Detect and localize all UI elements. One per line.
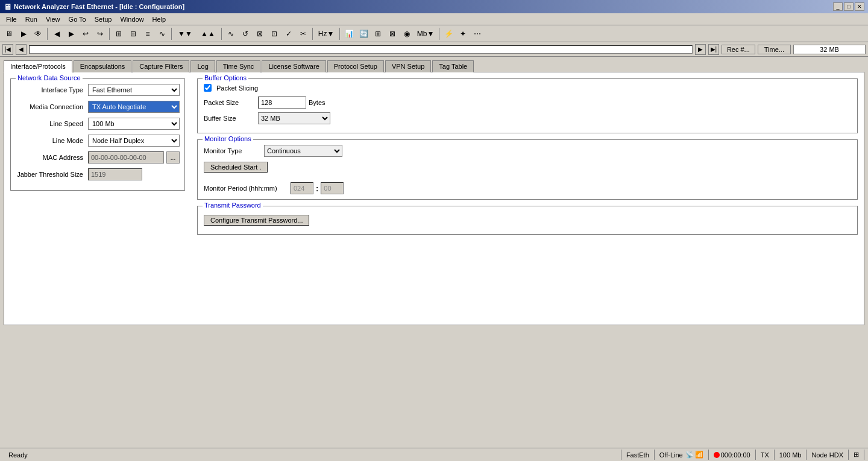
toolbar-btn-23[interactable]: ⊞ — [371, 27, 385, 40]
toolbar-sep-6 — [339, 28, 340, 40]
interface-type-label: Interface Type — [16, 86, 88, 94]
minimize-button[interactable]: _ — [833, 2, 843, 11]
toolbar-btn-11[interactable]: ∿ — [156, 27, 169, 40]
packet-slicing-label: Packet Slicing — [216, 84, 258, 92]
toolbar-btn-4[interactable]: ◀ — [50, 27, 63, 40]
toolbar-btn-20[interactable]: Hz▼ — [315, 27, 337, 40]
toolbar-btn-3[interactable]: 👁 — [31, 27, 45, 40]
tab-time-sync[interactable]: Time Sync — [216, 60, 261, 72]
maximize-button[interactable]: □ — [844, 2, 854, 11]
toolbar-btn-29[interactable]: ⋯ — [471, 27, 484, 40]
monitor-type-label: Monitor Type — [204, 147, 264, 154]
toolbar-btn-14[interactable]: ∿ — [224, 27, 237, 40]
toolbar-sep-4 — [221, 28, 222, 40]
toolbar-btn-17[interactable]: ⊡ — [268, 27, 281, 40]
tab-capture-filters[interactable]: Capture Filters — [133, 60, 189, 72]
nav-bar: |◀ ◀ ▶ ▶| Rec #... Time... 32 MB — [0, 42, 868, 57]
toolbar-btn-25[interactable]: ◉ — [400, 27, 414, 40]
configure-transmit-password-button[interactable]: Configure Transmit Password... — [204, 215, 309, 226]
menu-setup[interactable]: Setup — [91, 15, 116, 24]
tab-interface-protocols[interactable]: Interface/Protocols — [4, 60, 72, 72]
line-mode-control: Node Half Duplex — [88, 135, 180, 147]
mac-address-label: MAC Address — [16, 154, 88, 161]
toolbar-btn-13[interactable]: ▲▲ — [197, 27, 219, 40]
monitor-period-minutes-input[interactable] — [321, 182, 344, 194]
media-connection-label: Media Connection — [16, 103, 88, 110]
tab-tag-table[interactable]: Tag Table — [432, 60, 474, 72]
toolbar-btn-19[interactable]: ✂ — [297, 27, 310, 40]
monitor-type-row: Monitor Type Continuous Scheduled Trigge… — [204, 145, 851, 157]
nav-prev[interactable]: ◀ — [16, 44, 27, 55]
toolbar-sep-3 — [171, 28, 172, 40]
transmit-password-group: Transmit Password Configure Transmit Pas… — [197, 206, 858, 235]
toolbar-btn-12[interactable]: ▼▼ — [174, 27, 196, 40]
menu-goto[interactable]: Go To — [65, 15, 90, 24]
toolbar-sep-5 — [312, 28, 313, 40]
transmit-password-label: Transmit Password — [203, 202, 263, 209]
toolbar-btn-9[interactable]: ⊟ — [127, 27, 140, 40]
jabber-threshold-input[interactable] — [88, 168, 142, 180]
toolbar-btn-16[interactable]: ⊠ — [253, 27, 266, 40]
nav-last[interactable]: ▶| — [708, 44, 719, 55]
toolbar-btn-21[interactable]: 📊 — [342, 27, 356, 40]
menu-bar: File Run View Go To Setup Window Help — [0, 13, 868, 25]
tab-protocol-setup[interactable]: Protocol Setup — [327, 60, 384, 72]
menu-file[interactable]: File — [2, 15, 20, 24]
title-bar-left: 🖥 Network Analyzer Fast Ethernet - [Idle… — [4, 2, 184, 11]
main-content: Interface/Protocols Encapsulations Captu… — [0, 57, 868, 329]
toolbar-btn-24[interactable]: ⊠ — [386, 27, 399, 40]
toolbar-btn-7[interactable]: ↪ — [93, 27, 107, 40]
scheduled-start-button[interactable]: Scheduled Start . — [204, 162, 268, 173]
menu-help[interactable]: Help — [149, 15, 170, 24]
title-bar-controls[interactable]: _ □ ✕ — [833, 2, 864, 11]
mac-address-input[interactable] — [88, 151, 164, 164]
toolbar-btn-27[interactable]: ⚡ — [442, 27, 455, 40]
packet-size-input[interactable] — [258, 97, 306, 109]
title-text: Network Analyzer Fast Ethernet - [Idle :… — [14, 3, 184, 10]
tab-license-software[interactable]: License Software — [262, 60, 326, 72]
jabber-threshold-label: Jabber Threshold Size — [16, 171, 88, 178]
tab-vpn-setup[interactable]: VPN Setup — [385, 60, 431, 72]
time-button[interactable]: Time... — [758, 45, 791, 54]
menu-window[interactable]: Window — [116, 15, 147, 24]
toolbar-btn-26[interactable]: Mb▼ — [415, 27, 436, 40]
close-button[interactable]: ✕ — [855, 2, 864, 11]
toolbar-btn-22[interactable]: 🔄 — [357, 27, 370, 40]
toolbar-btn-6[interactable]: ↩ — [79, 27, 92, 40]
interface-type-select[interactable]: Fast Ethernet — [88, 84, 180, 96]
packet-slicing-row: Packet Slicing — [204, 84, 851, 92]
media-connection-select[interactable]: TX Auto Negotiate 10 Half Duplex 10 Full… — [88, 101, 180, 113]
line-speed-control: 100 Mb — [88, 118, 180, 130]
menu-view[interactable]: View — [42, 15, 64, 24]
rec-button[interactable]: Rec #... — [722, 45, 755, 54]
toolbar-btn-28[interactable]: ✦ — [456, 27, 470, 40]
line-speed-select[interactable]: 100 Mb — [88, 118, 180, 130]
toolbar-btn-2[interactable]: ▶ — [17, 27, 30, 40]
mac-address-ellipsis-button[interactable]: ... — [166, 151, 180, 164]
mac-address-row: MAC Address ... — [16, 151, 180, 164]
line-mode-select[interactable]: Node Half Duplex — [88, 135, 180, 147]
toolbar-btn-15[interactable]: ↺ — [239, 27, 252, 40]
toolbar-btn-1[interactable]: 🖥 — [2, 27, 16, 40]
nav-next[interactable]: ▶ — [695, 44, 706, 55]
menu-run[interactable]: Run — [22, 15, 41, 24]
jabber-threshold-control — [88, 168, 180, 180]
line-mode-label: Line Mode — [16, 137, 88, 144]
toolbar-btn-18[interactable]: ✓ — [282, 27, 295, 40]
tab-log[interactable]: Log — [190, 60, 215, 72]
scheduled-start-row: Scheduled Start . — [204, 162, 851, 177]
monitor-period-label: Monitor Period (hhh:mm) — [204, 185, 288, 192]
monitor-type-select[interactable]: Continuous Scheduled Triggered — [264, 145, 342, 157]
toolbar-btn-8[interactable]: ⊞ — [112, 27, 125, 40]
toolbar-btn-5[interactable]: ▶ — [64, 27, 78, 40]
line-speed-row: Line Speed 100 Mb — [16, 118, 180, 130]
packet-size-row: Packet Size Bytes — [204, 97, 851, 109]
monitor-period-hours-input[interactable] — [291, 182, 313, 194]
tab-encapsulations[interactable]: Encapsulations — [74, 60, 132, 72]
buffer-size-select[interactable]: 4 MB 8 MB 16 MB 32 MB 64 MB 128 MB — [258, 112, 330, 124]
nav-first[interactable]: |◀ — [2, 44, 13, 55]
toolbar-btn-10[interactable]: ≡ — [141, 27, 154, 40]
toolbar: 🖥 ▶ 👁 ◀ ▶ ↩ ↪ ⊞ ⊟ ≡ ∿ ▼▼ ▲▲ ∿ ↺ ⊠ ⊡ ✓ ✂ … — [0, 25, 868, 42]
network-data-source-section: Network Data Source Interface Type Fast … — [10, 78, 185, 319]
packet-slicing-checkbox[interactable] — [204, 84, 212, 92]
